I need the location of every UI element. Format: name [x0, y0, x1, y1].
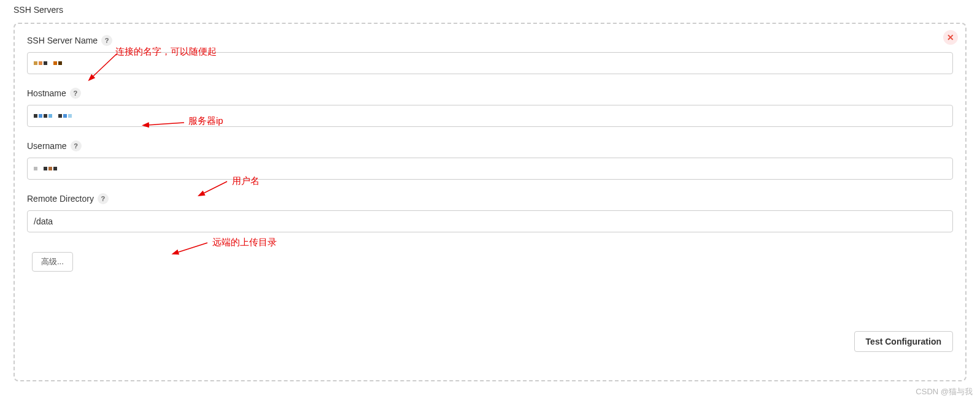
hostname-label: Hostname [27, 88, 66, 98]
hostname-input[interactable] [27, 105, 953, 127]
username-label: Username [27, 141, 67, 151]
form-group-hostname: Hostname ? [27, 88, 953, 127]
remote-dir-label: Remote Directory [27, 194, 94, 204]
remote-dir-input[interactable] [27, 210, 953, 232]
help-icon[interactable]: ? [101, 35, 112, 46]
test-configuration-button[interactable]: Test Configuration [854, 331, 953, 352]
username-input[interactable] [27, 158, 953, 180]
advanced-button[interactable]: 高级... [32, 252, 73, 272]
form-group-remote-dir: Remote Directory ? [27, 193, 953, 232]
watermark: CSDN @猫与我 [916, 386, 973, 397]
form-group-name: SSH Server Name ? [27, 35, 953, 74]
form-group-username: Username ? [27, 140, 953, 180]
help-icon[interactable]: ? [98, 193, 109, 204]
help-icon[interactable]: ? [70, 88, 81, 99]
section-title: SSH Servers [0, 0, 980, 20]
name-input[interactable] [27, 52, 953, 74]
close-button[interactable]: ✕ [943, 30, 958, 45]
ssh-server-panel: ✕ SSH Server Name ? Hostname ? [14, 23, 966, 381]
name-label: SSH Server Name [27, 36, 98, 45]
help-icon[interactable]: ? [71, 140, 82, 151]
close-icon: ✕ [947, 32, 954, 42]
